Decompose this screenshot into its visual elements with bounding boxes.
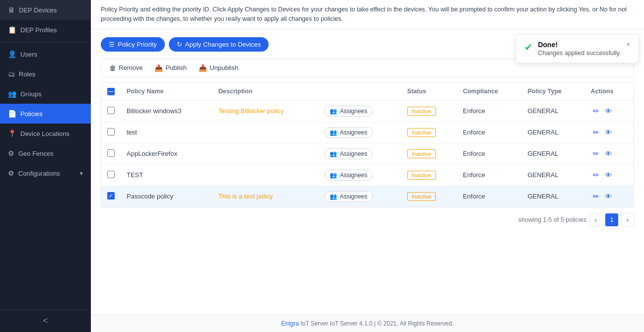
pagination-text: showing 1-5 of 5 policies bbox=[518, 216, 586, 223]
assignees-cell[interactable]: 👥Assignees bbox=[318, 122, 401, 143]
content-area: ✔ Done! Changes applied successfully. × … bbox=[91, 29, 644, 315]
status-cell: Inactive bbox=[401, 122, 457, 143]
sidebar-label-dep-profiles: DEP Profiles bbox=[20, 26, 57, 34]
edit-button[interactable]: ✏ bbox=[591, 170, 601, 181]
policy-priority-button[interactable]: ☰ Policy Priority bbox=[101, 37, 165, 52]
policy-name-cell: test bbox=[121, 122, 213, 143]
list-icon: ☰ bbox=[109, 41, 115, 48]
sidebar-item-groups[interactable]: 👥 Groups bbox=[0, 84, 91, 104]
computer-icon: 🖥 bbox=[8, 6, 15, 14]
edit-button[interactable]: ✏ bbox=[591, 191, 601, 202]
unpublish-icon: 📥 bbox=[199, 64, 207, 72]
prev-page-button[interactable]: ‹ bbox=[589, 213, 602, 226]
location-icon: 📍 bbox=[8, 130, 16, 137]
compliance-cell: Enforce bbox=[457, 143, 521, 164]
view-button[interactable]: 👁 bbox=[603, 191, 614, 201]
assignees-label: Assignees bbox=[340, 108, 367, 115]
compliance-cell: Enforce bbox=[457, 164, 521, 186]
pagination: showing 1-5 of 5 policies ‹ 1 › bbox=[101, 213, 634, 226]
row-checkbox[interactable] bbox=[107, 107, 115, 114]
status-badge: Inactive bbox=[407, 171, 436, 180]
edit-button[interactable]: ✏ bbox=[591, 148, 601, 159]
view-button[interactable]: 👁 bbox=[603, 170, 614, 180]
sidebar-label-geo-fences: Geo Fences bbox=[18, 150, 54, 157]
remove-button[interactable]: 🗑 Remove bbox=[107, 63, 144, 73]
assignees-cell[interactable]: 👥Assignees bbox=[318, 164, 401, 186]
toast-notification: ✔ Done! Changes applied successfully. × bbox=[516, 34, 639, 63]
sidebar-item-users[interactable]: 👤 Users bbox=[0, 44, 91, 64]
policy-name-cell: AppLockerFirefox bbox=[121, 143, 213, 164]
select-all-header[interactable]: — bbox=[101, 83, 121, 101]
row-checkbox-cell[interactable] bbox=[101, 143, 121, 164]
col-assignees bbox=[318, 83, 401, 101]
assignees-button[interactable]: 👥Assignees bbox=[324, 106, 372, 117]
row-checkbox[interactable] bbox=[107, 149, 115, 157]
sidebar: 🖥 DEP Devices 📋 DEP Profiles 👤 Users 🗂 R… bbox=[0, 0, 91, 332]
sidebar-item-device-locations[interactable]: 📍 Device Locations bbox=[0, 124, 91, 143]
sidebar-item-geo-fences[interactable]: ⚙ Geo Fences bbox=[0, 143, 91, 163]
row-checkbox-cell[interactable] bbox=[101, 164, 121, 186]
people-icon: 👥 bbox=[330, 150, 337, 157]
col-actions: Actions bbox=[585, 83, 634, 101]
view-button[interactable]: 👁 bbox=[603, 127, 614, 137]
policies-icon: 📄 bbox=[8, 110, 16, 118]
actions-cell: ✏ 👁 bbox=[585, 143, 634, 164]
toast-close-button[interactable]: × bbox=[626, 41, 631, 49]
sidebar-item-dep-profiles[interactable]: 📋 DEP Profiles bbox=[0, 20, 91, 40]
apply-changes-button[interactable]: ↻ Apply Changes to Devices bbox=[169, 37, 269, 52]
col-policy-name: Policy Name bbox=[121, 83, 213, 101]
sidebar-label-policies: Policies bbox=[20, 110, 43, 118]
footer-brand-link[interactable]: Entgra bbox=[281, 320, 298, 327]
row-checkbox-cell[interactable] bbox=[101, 122, 121, 143]
status-cell: Inactive bbox=[401, 164, 457, 186]
publish-button[interactable]: 📤 Publish bbox=[152, 63, 189, 73]
assignees-button[interactable]: 👥Assignees bbox=[324, 170, 372, 181]
view-button[interactable]: 👁 bbox=[603, 148, 614, 159]
row-checkbox[interactable] bbox=[107, 171, 115, 178]
assignees-button[interactable]: 👥Assignees bbox=[324, 127, 372, 138]
next-page-button[interactable]: › bbox=[621, 213, 634, 226]
policy-type-cell: GENERAL bbox=[521, 100, 584, 122]
status-cell: Inactive bbox=[401, 100, 457, 122]
assignees-cell[interactable]: 👥Assignees bbox=[318, 186, 401, 207]
policy-description-cell bbox=[213, 164, 319, 186]
policy-description-cell bbox=[213, 122, 319, 143]
table-row: AppLockerFirefox👥AssigneesInactiveEnforc… bbox=[101, 143, 634, 164]
policy-name-cell: Passcode policy bbox=[121, 186, 213, 207]
assignees-label: Assignees bbox=[340, 129, 367, 136]
assignees-button[interactable]: 👥Assignees bbox=[324, 148, 372, 159]
sidebar-item-dep-devices[interactable]: 🖥 DEP Devices bbox=[0, 0, 91, 20]
assignees-cell[interactable]: 👥Assignees bbox=[318, 100, 401, 122]
info-banner: Policy Priority and editing the priority… bbox=[91, 0, 644, 29]
footer-text: IoT Server IoT Server 4.1.0 | © 2021, Al… bbox=[299, 320, 454, 327]
status-badge: Inactive bbox=[407, 192, 436, 201]
table-row: test👥AssigneesInactiveEnforceGENERAL ✏ 👁 bbox=[101, 122, 634, 143]
sidebar-collapse-button[interactable]: < bbox=[0, 309, 91, 332]
unpublish-button[interactable]: 📥 Unpublish bbox=[197, 63, 240, 73]
checkbox-checked[interactable] bbox=[107, 192, 115, 199]
people-icon: 👥 bbox=[330, 172, 337, 179]
remove-label: Remove bbox=[119, 64, 143, 71]
assignees-cell[interactable]: 👥Assignees bbox=[318, 143, 401, 164]
sidebar-item-configurations[interactable]: ⚙ Configurations ▾ bbox=[0, 163, 91, 183]
sidebar-item-policies[interactable]: 📄 Policies bbox=[0, 104, 91, 124]
trash-icon: 🗑 bbox=[109, 64, 116, 72]
row-checkbox-cell[interactable] bbox=[101, 186, 121, 207]
page-1-button[interactable]: 1 bbox=[605, 213, 618, 226]
sidebar-item-roles[interactable]: 🗂 Roles bbox=[0, 64, 91, 84]
status-cell: Inactive bbox=[401, 143, 457, 164]
success-icon: ✔ bbox=[524, 41, 533, 53]
groups-icon: 👥 bbox=[8, 90, 16, 98]
assignees-label: Assignees bbox=[340, 193, 367, 200]
row-checkbox[interactable] bbox=[107, 128, 115, 135]
view-button[interactable]: 👁 bbox=[603, 106, 614, 116]
edit-button[interactable]: ✏ bbox=[591, 106, 601, 117]
edit-button[interactable]: ✏ bbox=[591, 127, 601, 138]
compliance-cell: Enforce bbox=[457, 100, 521, 122]
actions-cell: ✏ 👁 bbox=[585, 164, 634, 186]
row-checkbox-cell[interactable] bbox=[101, 100, 121, 122]
assignees-button[interactable]: 👥Assignees bbox=[324, 191, 372, 202]
actions-cell: ✏ 👁 bbox=[585, 100, 634, 122]
profile-icon: 📋 bbox=[8, 26, 16, 34]
toast-message: Changes applied successfully. bbox=[538, 50, 621, 57]
